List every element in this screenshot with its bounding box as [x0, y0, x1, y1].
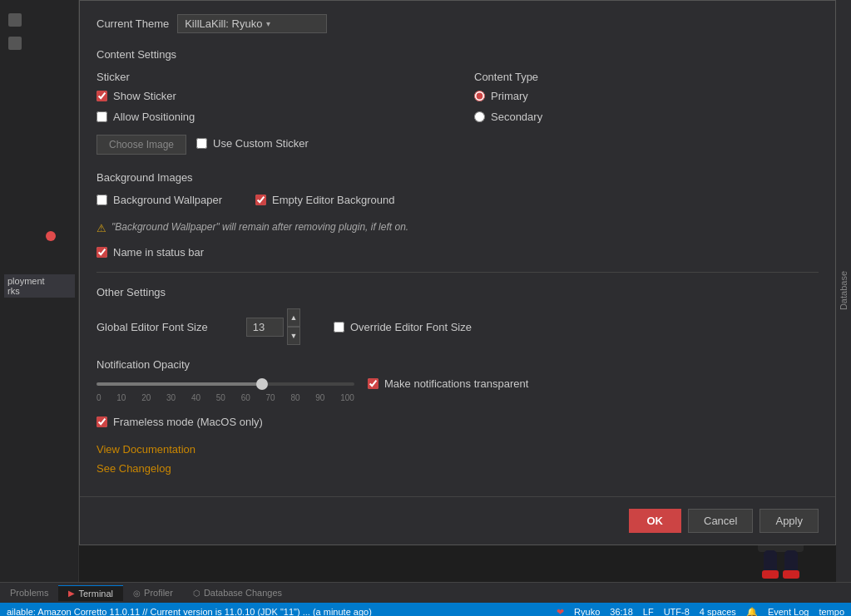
tick-60: 60 [241, 393, 250, 402]
event-log-text: Event Log [768, 607, 809, 616]
warning-text: "Background Wallpaper" will remain after… [111, 221, 408, 233]
status-heart: ❤ [557, 607, 564, 617]
theme-label: Current Theme [96, 17, 169, 30]
tick-20: 20 [141, 393, 151, 402]
tick-90: 90 [315, 393, 324, 402]
see-changelog-link[interactable]: See Changelog [96, 462, 819, 475]
empty-editor-row: Empty Editor Background [255, 194, 394, 206]
apply-button[interactable]: Apply [759, 509, 819, 533]
make-transparent-checkbox[interactable] [368, 378, 378, 389]
allow-positioning-label: Allow Positioning [113, 111, 195, 123]
font-size-row: Global Editor Font Size ▲ ▼ Override Edi… [96, 308, 819, 345]
primary-row: Primary [474, 90, 819, 102]
choose-custom-row: Choose Image Use Custom Sticker [96, 131, 441, 155]
sidebar-icon-1 [8, 13, 22, 27]
allow-positioning-checkbox[interactable] [96, 111, 107, 122]
svg-rect-15 [783, 570, 799, 579]
font-size-up-button[interactable]: ▲ [287, 308, 300, 327]
name-status-label: Name in status bar [113, 246, 204, 259]
primary-label: Primary [491, 90, 528, 102]
content-settings-title: Content Settings [96, 48, 819, 61]
empty-editor-label: Empty Editor Background [272, 194, 394, 206]
status-charset: UTF-8 [664, 607, 690, 616]
status-lf: LF [643, 607, 654, 616]
links-section: View Documentation See Changelog [96, 443, 819, 475]
terminal-tab[interactable]: ▶ Terminal [58, 585, 123, 601]
tick-70: 70 [266, 393, 275, 402]
make-transparent-row: Make notifications transparent [368, 377, 528, 390]
show-sticker-checkbox[interactable] [96, 91, 107, 101]
font-size-spinner: ▲ ▼ [287, 308, 300, 345]
status-indent: 4 spaces [700, 607, 736, 616]
warning-row: ⚠ "Background Wallpaper" will remain aft… [96, 221, 819, 234]
terminal-tab-label: Terminal [78, 589, 113, 599]
background-images-title: Background Images [96, 171, 819, 184]
status-left-text: ailable: Amazon Corretto 11.0.11 // Curr… [7, 607, 557, 616]
bg-wallpaper-label: Background Wallpaper [113, 194, 222, 206]
chevron-down-icon: ▾ [266, 19, 270, 28]
profiler-tab[interactable]: ◎ Profiler [123, 585, 183, 600]
right-sidebar[interactable]: Database [836, 0, 851, 582]
name-status-bar-row: Name in status bar [96, 246, 819, 259]
allow-positioning-row: Allow Positioning [96, 111, 441, 123]
tick-80: 80 [290, 393, 299, 402]
other-settings-section: Other Settings Global Editor Font Size ▲… [96, 286, 819, 475]
bg-wallpaper-row: Background Wallpaper [96, 194, 222, 206]
empty-editor-checkbox[interactable] [255, 195, 266, 205]
database-changes-tab[interactable]: ⬡ Database Changes [183, 585, 292, 600]
secondary-row: Secondary [474, 111, 819, 123]
divider [96, 272, 819, 273]
opacity-slider[interactable] [96, 382, 354, 386]
override-font-size-label: Override Editor Font Size [350, 321, 472, 333]
theme-row: Current Theme KillLaKill: Ryuko ▾ [96, 14, 819, 33]
bg-wallpaper-checkbox[interactable] [96, 195, 107, 205]
font-size-down-button[interactable]: ▼ [287, 327, 300, 345]
name-status-checkbox[interactable] [96, 247, 107, 258]
make-transparent-label: Make notifications transparent [384, 377, 528, 390]
font-size-input[interactable] [246, 318, 284, 337]
frameless-label: Frameless mode (MacOS only) [113, 416, 263, 428]
theme-select[interactable]: KillLaKill: Ryuko ▾ [177, 14, 327, 33]
status-name: Ryuko [574, 607, 600, 616]
choose-image-button[interactable]: Choose Image [96, 135, 186, 155]
profiler-icon: ◎ [133, 589, 141, 598]
frameless-checkbox[interactable] [96, 416, 107, 427]
red-dot-indicator [46, 231, 56, 241]
view-documentation-link[interactable]: View Documentation [96, 443, 819, 456]
tempo-text: tempo [819, 607, 844, 616]
frameless-row: Frameless mode (MacOS only) [96, 416, 819, 428]
content-grid: Sticker Show Sticker Allow Positioning C… [96, 71, 819, 155]
content-type-column: Content Type Primary Secondary [474, 71, 819, 155]
profiler-tab-label: Profiler [144, 588, 173, 598]
name-status-checkbox-row: Name in status bar [96, 246, 819, 259]
slider-ticks: 0 10 20 30 40 50 60 70 80 90 100 [96, 393, 354, 402]
font-size-label: Global Editor Font Size [96, 321, 230, 333]
sidebar-icon-2 [8, 37, 22, 50]
status-right: ❤ Ryuko 36:18 LF UTF-8 4 spaces 🔔 Event … [557, 607, 844, 617]
ok-button[interactable]: OK [629, 509, 682, 533]
use-custom-sticker-checkbox[interactable] [196, 138, 207, 149]
use-custom-sticker-row: Use Custom Sticker [196, 137, 309, 150]
primary-radio[interactable] [474, 91, 485, 101]
sticker-column: Sticker Show Sticker Allow Positioning C… [96, 71, 441, 155]
problems-tab-label: Problems [10, 588, 48, 598]
warning-icon: ⚠ [96, 222, 106, 234]
secondary-label: Secondary [491, 111, 542, 123]
slider-row: Make notifications transparent [96, 377, 819, 390]
status-bar: ailable: Amazon Corretto 11.0.11 // Curr… [0, 603, 851, 616]
cancel-button[interactable]: Cancel [688, 509, 753, 533]
settings-dialog: Current Theme KillLaKill: Ryuko ▾ Conten… [79, 0, 836, 545]
sidebar-item-2[interactable] [0, 32, 78, 55]
secondary-radio[interactable] [474, 111, 485, 122]
status-message: ailable: Amazon Corretto 11.0.11 // Curr… [7, 607, 372, 616]
database-label: Database [839, 271, 849, 310]
override-font-size-checkbox[interactable] [334, 322, 344, 333]
sidebar-item-1[interactable] [0, 8, 78, 32]
show-sticker-label: Show Sticker [113, 90, 176, 102]
sticker-label: Sticker [96, 71, 441, 83]
problems-tab[interactable]: Problems [0, 585, 58, 600]
terminal-tabs: Problems ▶ Terminal ◎ Profiler ⬡ Databas… [0, 582, 851, 603]
left-panel-deployment: ploymentrks [0, 274, 75, 298]
theme-value: KillLaKill: Ryuko [185, 17, 262, 30]
event-log-label: 🔔 [746, 607, 758, 617]
